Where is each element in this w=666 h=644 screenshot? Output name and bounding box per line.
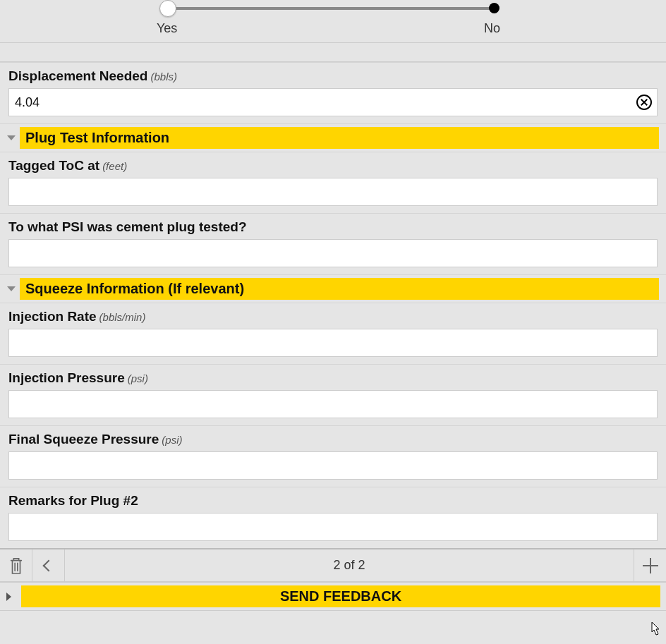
spacer: [0, 42, 666, 62]
section-plug-test-title: Plug Test Information: [20, 127, 659, 149]
prev-button[interactable]: [32, 549, 65, 581]
yes-no-slider-area: Yes No: [0, 0, 666, 42]
chevron-left-icon: [42, 559, 54, 571]
final-squeeze-unit: (psi): [162, 434, 182, 446]
trash-icon: [8, 557, 24, 575]
tagged-toc-label: Tagged ToC at: [8, 158, 99, 174]
field-injection-rate: Injection Rate (bbls/min): [0, 303, 666, 364]
injection-pressure-input[interactable]: [8, 390, 658, 418]
field-displacement: Displacement Needed (bbls): [0, 62, 666, 123]
add-button[interactable]: [634, 549, 666, 581]
tagged-toc-unit: (feet): [102, 160, 127, 172]
remarks-input[interactable]: [8, 513, 658, 541]
delete-button[interactable]: [0, 549, 32, 581]
yes-no-slider[interactable]: Yes No: [0, 0, 666, 42]
send-feedback-button[interactable]: SEND FEEDBACK: [21, 585, 660, 607]
slider-thumb-yes[interactable]: [159, 0, 176, 17]
injection-rate-input[interactable]: [8, 329, 658, 357]
displacement-input[interactable]: [8, 88, 658, 116]
feedback-expand[interactable]: [0, 585, 17, 607]
injection-pressure-unit: (psi): [128, 372, 148, 384]
field-tagged-toc: Tagged ToC at (feet): [0, 152, 666, 213]
plus-icon: [643, 558, 658, 573]
chevron-right-icon: [6, 593, 11, 601]
feedback-bar: SEND FEEDBACK: [0, 582, 666, 610]
displacement-unit: (bbls): [150, 71, 177, 83]
final-squeeze-input[interactable]: [8, 451, 658, 480]
injection-rate-label: Injection Rate: [8, 309, 97, 324]
chevron-down-icon: [7, 135, 16, 140]
slider-thumb-no[interactable]: [489, 3, 500, 13]
bottom-strip: [0, 610, 666, 623]
slider-label-yes: Yes: [157, 21, 177, 36]
remarks-label: Remarks for Plug #2: [8, 493, 138, 509]
pager-text: 2 of 2: [65, 558, 634, 573]
slider-track: [168, 7, 494, 10]
injection-pressure-label: Injection Pressure: [8, 370, 125, 386]
section-plug-test[interactable]: Plug Test Information: [0, 123, 666, 152]
field-final-squeeze: Final Squeeze Pressure (psi): [0, 425, 666, 487]
displacement-label: Displacement Needed: [8, 68, 147, 84]
pager-bar: 2 of 2: [0, 548, 666, 582]
section-squeeze[interactable]: Squeeze Information (If relevant): [0, 274, 666, 303]
psi-tested-input[interactable]: [8, 239, 658, 267]
psi-tested-label: To what PSI was cement plug tested?: [8, 219, 246, 235]
final-squeeze-label: Final Squeeze Pressure: [8, 432, 159, 447]
slider-label-no: No: [484, 21, 500, 36]
chevron-down-icon: [7, 286, 16, 291]
clear-icon[interactable]: [636, 95, 652, 110]
field-injection-pressure: Injection Pressure (psi): [0, 364, 666, 425]
injection-rate-unit: (bbls/min): [99, 311, 146, 323]
tagged-toc-input[interactable]: [8, 178, 658, 206]
section-squeeze-title: Squeeze Information (If relevant): [20, 278, 659, 300]
field-psi-tested: To what PSI was cement plug tested?: [0, 213, 666, 274]
field-remarks: Remarks for Plug #2: [0, 487, 666, 548]
